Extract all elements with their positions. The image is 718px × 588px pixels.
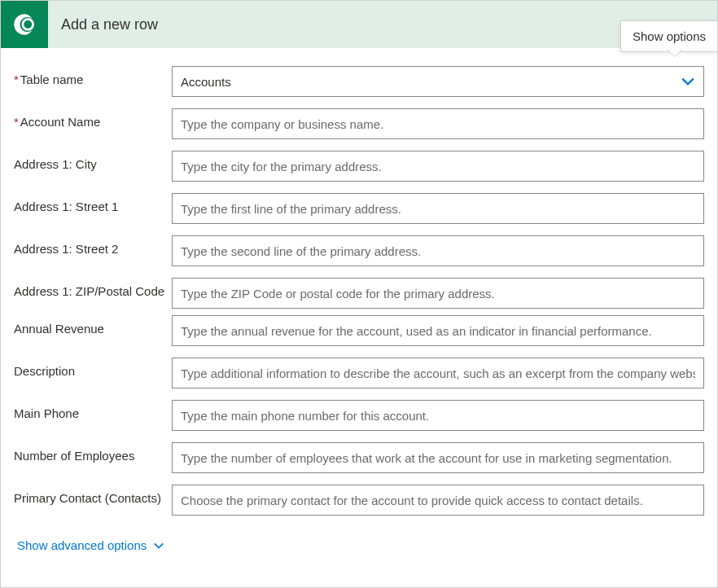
- row-main-phone: Main Phone: [14, 400, 704, 431]
- addr-street2-input[interactable]: [172, 235, 704, 266]
- description-input[interactable]: [172, 358, 704, 388]
- account-name-input[interactable]: [172, 108, 704, 139]
- row-addr-street1: Address 1: Street 1: [14, 193, 704, 224]
- row-num-employees: Number of Employees: [14, 442, 704, 473]
- table-name-select[interactable]: Accounts: [172, 66, 704, 97]
- advanced-options-label: Show advanced options: [17, 538, 147, 552]
- addr-zip-input[interactable]: [172, 278, 704, 309]
- row-description: Description: [14, 358, 704, 388]
- label-description: Description: [14, 358, 172, 378]
- show-advanced-options-link[interactable]: Show advanced options: [17, 538, 164, 552]
- row-addr-city: Address 1: City: [14, 151, 704, 182]
- label-main-phone: Main Phone: [14, 400, 172, 420]
- row-table-name: *Table name Accounts: [14, 66, 704, 97]
- label-addr-street1: Address 1: Street 1: [14, 193, 172, 213]
- primary-contact-input[interactable]: [172, 485, 704, 516]
- label-primary-contact: Primary Contact (Contacts): [14, 485, 172, 505]
- svg-point-0: [23, 20, 33, 30]
- label-addr-city: Address 1: City: [14, 151, 172, 171]
- show-options-label: Show options: [633, 29, 706, 43]
- card-title: Add a new row: [61, 16, 158, 33]
- form-body: *Table name Accounts *Account Name Addre…: [1, 48, 717, 560]
- required-asterisk: *: [14, 115, 19, 129]
- annual-revenue-input[interactable]: [172, 315, 704, 346]
- label-num-employees: Number of Employees: [14, 442, 172, 463]
- card-header: Add a new row Show options: [1, 1, 717, 48]
- row-account-name: *Account Name: [14, 108, 704, 139]
- connector-icon: [1, 1, 48, 48]
- required-asterisk: *: [14, 72, 19, 86]
- row-addr-zip: Address 1: ZIP/Postal Code: [14, 278, 704, 309]
- label-annual-revenue: Annual Revenue: [14, 315, 172, 336]
- label-addr-street2: Address 1: Street 2: [14, 235, 172, 256]
- row-primary-contact: Primary Contact (Contacts): [14, 485, 704, 516]
- label-account-name: *Account Name: [14, 108, 172, 129]
- chevron-down-icon: [681, 74, 695, 89]
- addr-street1-input[interactable]: [172, 193, 704, 224]
- callout-beak-icon: [667, 48, 683, 56]
- label-addr-zip: Address 1: ZIP/Postal Code: [14, 278, 172, 298]
- label-table-name: *Table name: [14, 66, 172, 86]
- main-phone-input[interactable]: [172, 400, 704, 431]
- row-annual-revenue: Annual Revenue: [14, 315, 704, 346]
- num-employees-input[interactable]: [172, 442, 704, 473]
- row-addr-street2: Address 1: Street 2: [14, 235, 704, 266]
- table-name-value: Accounts: [181, 75, 231, 89]
- chevron-down-icon: [153, 540, 164, 551]
- addr-city-input[interactable]: [172, 151, 704, 182]
